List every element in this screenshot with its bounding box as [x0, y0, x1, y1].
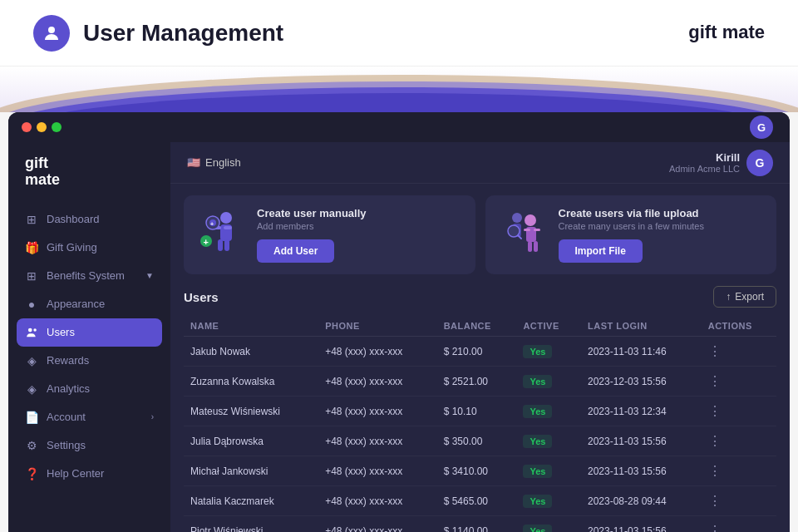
cell-actions[interactable]: ⋮	[702, 367, 776, 397]
actions-menu-icon[interactable]: ⋮	[708, 434, 722, 448]
cell-actions[interactable]: ⋮	[702, 426, 776, 456]
sidebar-item-benefits[interactable]: ⊞ Benefits System ▼	[8, 262, 170, 290]
sidebar-item-label: Rewards	[47, 354, 89, 367]
main-content: 🇺🇸 English Kirill Admin Acme LLC G	[170, 142, 790, 532]
analytics-icon: ◈	[25, 382, 38, 396]
cell-actions[interactable]: ⋮	[702, 337, 776, 367]
user-avatar[interactable]: G	[746, 150, 773, 176]
card-illustration-manual: + +	[197, 210, 247, 260]
sidebar-item-appearance[interactable]: ● Appearance	[8, 290, 170, 318]
import-file-button[interactable]: Import File	[559, 239, 643, 263]
add-user-button[interactable]: Add User	[257, 239, 334, 263]
chevron-down-icon: ▼	[145, 271, 154, 280]
sidebar-item-rewards[interactable]: ◈ Rewards	[8, 347, 170, 375]
users-table: NAME PHONE BALANCE ACTIVE LAST LOGIN ACT…	[184, 316, 776, 532]
sidebar-item-account[interactable]: 📄 Account ›	[8, 403, 170, 431]
col-balance: BALANCE	[437, 316, 517, 337]
svg-point-18	[512, 213, 522, 223]
table-row[interactable]: Jakub Nowak +48 (xxx) xxx-xxx $ 210.00 Y…	[184, 337, 776, 367]
sidebar-item-label: Dashboard	[47, 213, 100, 225]
window-user-icon[interactable]: G	[750, 116, 773, 139]
actions-menu-icon[interactable]: ⋮	[708, 494, 722, 508]
cell-active: Yes	[516, 456, 581, 486]
cell-name: Mateusz Wiśniewski	[184, 397, 318, 426]
dot-maximize[interactable]	[52, 122, 62, 132]
settings-icon: ⚙	[25, 439, 38, 452]
cell-name: Jakub Nowak	[184, 337, 318, 367]
cell-active: Yes	[516, 516, 581, 533]
cell-balance: $ 5465.00	[437, 486, 517, 516]
svg-rect-12	[224, 239, 229, 251]
sidebar-item-analytics[interactable]: ◈ Analytics	[8, 375, 170, 403]
card-illustration-upload	[499, 210, 549, 260]
export-button[interactable]: ↑ Export	[713, 286, 776, 308]
table-row[interactable]: Michał Jankowski +48 (xxx) xxx-xxx $ 341…	[184, 456, 776, 486]
svg-rect-23	[534, 229, 540, 231]
actions-menu-icon[interactable]: ⋮	[708, 464, 722, 478]
cell-actions[interactable]: ⋮	[702, 516, 776, 533]
cell-actions[interactable]: ⋮	[702, 486, 776, 516]
svg-rect-24	[528, 241, 532, 252]
cell-active: Yes	[516, 486, 581, 516]
cell-phone: +48 (xxx) xxx-xxx	[318, 426, 437, 456]
table-row[interactable]: Julia Dąbrowska +48 (xxx) xxx-xxx $ 350.…	[184, 426, 776, 456]
actions-menu-icon[interactable]: ⋮	[708, 374, 722, 388]
sidebar-item-dashboard[interactable]: ⊞ Dashboard	[8, 205, 170, 234]
cell-phone: +48 (xxx) xxx-xxx	[318, 337, 437, 367]
svg-rect-25	[534, 241, 538, 252]
table-section: Users ↑ Export NAME PHONE BALANCE ACTIVE…	[170, 286, 790, 532]
benefits-icon: ⊞	[25, 269, 38, 283]
table-row[interactable]: Zuzanna Kowalska +48 (xxx) xxx-xxx $ 252…	[184, 367, 776, 397]
cell-actions[interactable]: ⋮	[702, 456, 776, 486]
sidebar-item-label: Users	[47, 326, 75, 338]
cell-name: Julia Dąbrowska	[184, 426, 318, 456]
header-avatar-icon	[33, 15, 70, 52]
sidebar-item-gift-giving[interactable]: 🎁 Gift Giving	[8, 234, 170, 262]
header-logo: gift mate	[688, 22, 765, 42]
rewards-icon: ◈	[25, 354, 38, 367]
table-row[interactable]: Mateusz Wiśniewski +48 (xxx) xxx-xxx $ 1…	[184, 397, 776, 426]
sidebar-item-label: Benefits System	[47, 269, 125, 282]
cell-phone: +48 (xxx) xxx-xxx	[318, 486, 437, 516]
svg-point-6	[33, 328, 37, 332]
app-layout: gift mate ⊞ Dashboard 🎁 Gift Giving ⊞ Be…	[8, 142, 790, 532]
main-topbar: 🇺🇸 English Kirill Admin Acme LLC G	[170, 142, 790, 184]
cell-balance: $ 350.00	[437, 426, 517, 456]
sidebar-item-users[interactable]: Users	[17, 318, 162, 347]
sidebar-item-help[interactable]: ❓ Help Center	[8, 460, 170, 488]
chevron-right-icon: ›	[151, 412, 154, 421]
dot-minimize[interactable]	[37, 122, 47, 132]
header-left: User Management	[33, 15, 283, 52]
svg-point-5	[28, 328, 32, 332]
card-create-upload: Create users via file upload Create many…	[485, 195, 777, 274]
sidebar: gift mate ⊞ Dashboard 🎁 Gift Giving ⊞ Be…	[8, 142, 170, 532]
sidebar-item-label: Settings	[47, 439, 86, 451]
table-body: Jakub Nowak +48 (xxx) xxx-xxx $ 210.00 Y…	[184, 337, 776, 533]
cell-active: Yes	[516, 337, 581, 367]
export-icon: ↑	[726, 291, 731, 303]
actions-menu-icon[interactable]: ⋮	[708, 404, 722, 418]
sidebar-item-settings[interactable]: ⚙ Settings	[8, 431, 170, 460]
card-subtitle-manual: Add members	[257, 221, 462, 231]
dot-close[interactable]	[22, 122, 32, 132]
cell-balance: $ 10.10	[437, 397, 517, 426]
svg-rect-22	[524, 229, 530, 231]
app-window: G gift mate ⊞ Dashboard 🎁 Gift Giving ⊞ …	[8, 112, 790, 532]
col-active: ACTIVE	[516, 316, 581, 337]
window-dots	[22, 122, 62, 132]
language-selector[interactable]: 🇺🇸 English	[187, 156, 241, 169]
svg-text:+: +	[203, 237, 208, 247]
cell-last-login: 2023-08-28 09:44	[581, 486, 702, 516]
cell-phone: +48 (xxx) xxx-xxx	[318, 397, 437, 426]
actions-menu-icon[interactable]: ⋮	[708, 344, 722, 358]
col-last-login: LAST LOGIN	[581, 316, 702, 337]
actions-menu-icon[interactable]: ⋮	[708, 524, 722, 532]
flag-icon: 🇺🇸	[187, 156, 200, 169]
sidebar-item-label: Account	[47, 411, 86, 423]
cell-last-login: 2023-11-03 15:56	[581, 516, 702, 533]
table-row[interactable]: Piotr Wiśniewski +48 (xxx) xxx-xxx $ 114…	[184, 516, 776, 533]
cell-active: Yes	[516, 397, 581, 426]
top-header: User Management gift mate	[0, 0, 798, 66]
cell-actions[interactable]: ⋮	[702, 397, 776, 426]
table-row[interactable]: Natalia Kaczmarek +48 (xxx) xxx-xxx $ 54…	[184, 486, 776, 516]
